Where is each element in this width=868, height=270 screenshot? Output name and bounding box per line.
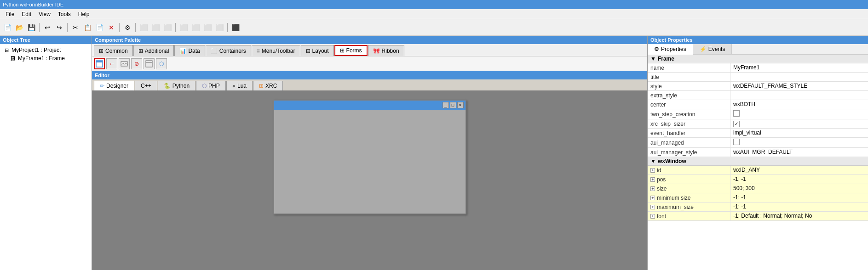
main-layout: Object Tree ⊟ MyProject1 : Project 🖼 MyF… [0,36,868,270]
menu-file[interactable]: File [2,10,18,18]
props-row-id: + id wxID_ANY [648,166,868,175]
palette-icon-frame[interactable] [94,58,105,69]
prop-pos-value[interactable]: -1; -1 [730,175,868,184]
toolbar-cut[interactable]: ✂ [70,22,81,33]
tree-item-frame-label: MyFrame1 : Frame [18,55,65,62]
prop-min-size-value[interactable]: -1; -1 [730,193,868,202]
palette-tab-forms[interactable]: ⊞ Forms [334,45,368,56]
toolbar-settings[interactable]: ⚙ [122,22,133,33]
id-expand-icon[interactable]: + [650,168,655,173]
toolbar-undo[interactable]: ↩ [42,22,53,33]
palette-tab-containers[interactable]: ⬜ Containers [206,45,251,56]
palette-tab-ribbon[interactable]: 🎀 Ribbon [368,45,404,56]
prop-id-value[interactable]: wxID_ANY [730,166,868,174]
props-row-pos: + pos -1; -1 [648,175,868,184]
two-step-checkbox[interactable] [733,110,740,117]
palette-tab-data[interactable]: 📊 Data [174,45,205,56]
min-size-expand-icon[interactable]: + [650,196,655,200]
editor-area: Editor ✏ Designer C++ 🐍 Python ⬡ PHP [92,71,647,270]
frame-close-btn[interactable]: × [457,102,464,108]
palette-tab-common[interactable]: ⊞ Common [94,45,133,56]
toolbar-copy[interactable]: 📋 [82,22,93,33]
layout-tab-label: Layout [312,48,329,54]
frame-window[interactable]: _ □ × [273,100,466,214]
palette-icon-blue-shape[interactable]: ⬡ [156,58,167,69]
properties-panel: Object Properties ⚙ Properties ⚡ Events … [647,36,868,270]
toolbar-stretch2[interactable]: ⬜ [214,22,225,33]
pos-expand-icon[interactable]: + [650,177,655,182]
editor-tab-lua[interactable]: ● Lua [226,81,253,90]
common-tab-label: Common [105,48,128,54]
wxwindow-group-expand[interactable]: ▼ [650,158,656,164]
editor-tab-cpp[interactable]: C++ [135,81,157,90]
menu-edit[interactable]: Edit [18,10,35,18]
prop-aui-managed-label: aui_managed [648,138,730,147]
toolbar-open[interactable]: 📂 [14,22,25,33]
menu-help[interactable]: Help [75,10,93,18]
props-tab-events[interactable]: ⚡ Events [693,44,732,54]
toolbar-shrink[interactable]: ⬜ [190,22,201,33]
tree-item-frame[interactable]: 🖼 MyFrame1 : Frame [2,54,90,62]
prop-max-size-value[interactable]: -1; -1 [730,202,868,211]
xrc-skip-checkbox[interactable]: ✓ [733,121,740,127]
lua-tab-label: Lua [237,83,247,89]
toolbar-special[interactable]: ⬛ [230,22,241,33]
prop-size-value[interactable]: 500; 300 [730,184,868,193]
prop-two-step-value[interactable] [730,109,868,119]
palette-tab-layout[interactable]: ⊟ Layout [301,45,334,56]
frame-icon: 🖼 [9,55,17,62]
toolbar-stretch[interactable]: ⬜ [202,22,213,33]
palette-icon-img[interactable] [119,58,130,69]
max-size-expand-icon[interactable]: + [650,205,655,209]
editor-tab-python[interactable]: 🐍 Python [158,81,195,90]
menu-view[interactable]: View [35,10,54,18]
prop-id-label: + id [648,166,730,174]
prop-title-value[interactable] [730,73,868,81]
aui-managed-checkbox[interactable] [733,139,740,145]
toolbar-align-center[interactable]: ⬜ [162,22,173,33]
frame-minimize-btn[interactable]: _ [443,102,449,108]
toolbar-new[interactable]: 📄 [2,22,13,33]
props-row-two-step: two_step_creation [648,109,868,119]
editor-tab-php[interactable]: ⬡ PHP [196,81,226,90]
editor-tab-designer[interactable]: ✏ Designer [94,81,134,90]
palette-tab-additional[interactable]: ⊞ Additional [133,45,174,56]
toolbar-align-right[interactable]: ⬜ [150,22,161,33]
properties-tab-icon: ⚙ [654,46,659,52]
palette-icon-prohibited[interactable]: ⊘ [131,58,142,69]
prop-name-value[interactable]: MyFrame1 [730,63,868,72]
forms-tab-icon: ⊞ [340,47,345,54]
palette-icon-arrow-left[interactable]: ← [106,58,117,69]
palette-icon-panel[interactable] [144,58,155,69]
props-tab-properties[interactable]: ⚙ Properties [648,44,693,55]
menutoolbar-tab-label: Menu/Toolbar [262,48,295,54]
prop-aui-manager-style-value[interactable]: wxAUI_MGR_DEFAULT [730,148,868,157]
prop-aui-managed-value[interactable] [730,138,868,147]
prop-center-value[interactable]: wxBOTH [730,100,868,109]
font-expand-icon[interactable]: + [650,214,655,219]
prop-extra-style-value[interactable] [730,91,868,100]
editor-tab-xrc[interactable]: ⊞ XRC [253,81,283,90]
menu-bar: File Edit View Tools Help [0,9,868,19]
size-expand-icon[interactable]: + [650,186,655,191]
toolbar-expand[interactable]: ⬜ [178,22,189,33]
toolbar-paste[interactable]: 📄 [94,22,105,33]
palette-tabs: ⊞ Common ⊞ Additional 📊 Data ⬜ Container… [92,44,647,56]
prop-event-handler-value[interactable]: impl_virtual [730,129,868,137]
data-tab-label: Data [188,48,200,54]
ribbon-tab-icon: 🎀 [373,48,380,54]
menu-tools[interactable]: Tools [54,10,75,18]
frame-group-expand[interactable]: ▼ [650,56,656,62]
prop-font-value[interactable]: -1; Default ; Normal; Normal; No [730,212,868,220]
toolbar-save[interactable]: 💾 [26,22,37,33]
frame-maximize-btn[interactable]: □ [450,102,456,108]
palette-tab-menutoolbar[interactable]: ≡ Menu/Toolbar [252,45,300,56]
prop-xrc-skip-value[interactable]: ✓ [730,119,868,128]
xrc-tab-label: XRC [265,83,277,89]
toolbar-delete[interactable]: ✕ [106,22,117,33]
toolbar-redo[interactable]: ↪ [54,22,65,33]
prop-style-value[interactable]: wxDEFAULT_FRAME_STYLE [730,82,868,90]
tree-item-project[interactable]: ⊟ MyProject1 : Project [2,46,90,54]
center-area: Component Palette ⊞ Common ⊞ Additional … [92,36,647,270]
toolbar-align-left[interactable]: ⬜ [138,22,149,33]
